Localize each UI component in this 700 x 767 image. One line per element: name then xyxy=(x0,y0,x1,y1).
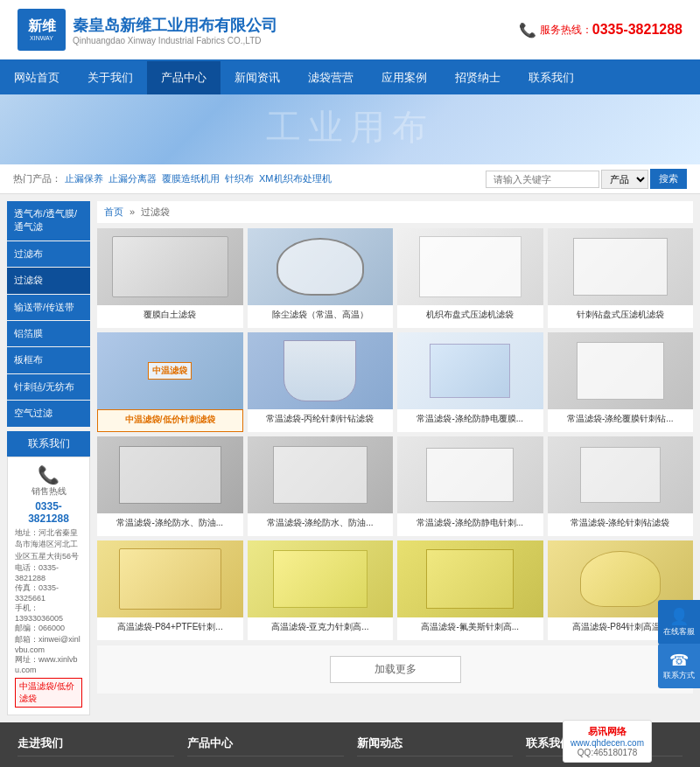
company-name-en: Qinhuangdao Xinway Industrial Fabrics CO… xyxy=(73,36,277,45)
sidebar-cat-6[interactable]: 针刺毡/无纺布 xyxy=(7,374,90,400)
product-title: 高温滤袋-氟美斯针刺高... xyxy=(397,617,543,640)
product-card[interactable]: 常温滤袋-涤纶覆膜针刺钻... xyxy=(548,332,694,432)
company-name-cn: 秦皇岛新维工业用布有限公司 xyxy=(73,15,277,36)
contact-address: 地址：河北省秦皇岛市海港区河北工业区五星大街56号 xyxy=(15,527,82,563)
sidebar-cat-2[interactable]: 过滤袋 xyxy=(7,268,90,293)
product-card[interactable]: 中温滤袋 中温滤袋/低价针刺滤袋 xyxy=(97,332,243,432)
product-title: 覆膜白土滤袋 xyxy=(97,305,243,328)
search-select[interactable]: 产品 xyxy=(601,170,648,189)
footer-col-title-2: 新闻动态 xyxy=(357,736,514,757)
footer-link[interactable]: 行业资讯 xyxy=(357,764,514,767)
footer-col-1: 产品中心 滤布 滤袋 胶线 xyxy=(187,736,344,767)
product-card[interactable]: 除尘滤袋（常温、高温） xyxy=(248,228,394,328)
main-container: 透气布/透气膜/通气滤 过滤布 过滤袋 输送带/传送带 铝箔膜 板框布 针刺毡/… xyxy=(0,194,700,722)
footer-col-0: 走进我们 公司介绍 获奖荣誉 企业文化 xyxy=(18,736,174,767)
easy-qq: QQ:465180178 xyxy=(570,748,644,757)
search-input[interactable] xyxy=(486,171,599,188)
contact-phone: 0335-3821288 xyxy=(15,500,82,525)
logo-area: 新维 XINWAY 秦皇岛新维工业用布有限公司 Qinhuangdao Xinw… xyxy=(18,9,277,51)
header: 新维 XINWAY 秦皇岛新维工业用布有限公司 Qinhuangdao Xinw… xyxy=(0,0,700,61)
hot-item-4[interactable]: 针织布 xyxy=(225,172,254,185)
product-row-1: 覆膜白土滤袋 除尘滤袋（常温、高温） 机织布盘式压滤机滤袋 针刺钻盘式压滤机滤袋 xyxy=(97,228,693,328)
sidebar-cat-1[interactable]: 过滤布 xyxy=(7,241,90,267)
sidebar-contact-body: 📞 销售热线 0335-3821288 地址：河北省秦皇岛市海港区河北工业区五星… xyxy=(7,457,90,716)
footer-col-title-1: 产品中心 xyxy=(187,736,344,757)
product-title: 常温滤袋-涤纶防静电覆膜... xyxy=(397,409,543,432)
nav-item-products[interactable]: 产品中心 xyxy=(147,61,220,94)
product-card[interactable]: 覆膜白土滤袋 xyxy=(97,228,243,328)
product-title-highlight: 中温滤袋/低价针刺滤袋 xyxy=(97,409,243,432)
contact-zip: 邮编：066000 xyxy=(15,623,82,634)
hot-label: 热门产品： xyxy=(13,172,61,185)
product-image xyxy=(548,332,694,409)
product-title: 常温滤袋-涤纶防水、防油... xyxy=(97,513,243,536)
contact-fax: 传真：0335-3325661 xyxy=(15,582,82,603)
highlight-text: 中温滤袋/低价滤袋 xyxy=(15,678,82,708)
easy-brand: 易讯网络 xyxy=(570,725,644,738)
nav-item-jobs[interactable]: 招贤纳士 xyxy=(441,61,514,94)
sidebar-cat-7[interactable]: 空气过滤 xyxy=(7,401,90,426)
product-card[interactable]: 常温滤袋-涤纶防静电覆膜... xyxy=(397,332,543,432)
contact-method-widget[interactable]: ☎ 联系方式 xyxy=(658,644,700,688)
product-card[interactable]: 常温滤袋-涤纶防静电针刺... xyxy=(397,436,543,536)
nav-item-home[interactable]: 网站首页 xyxy=(0,61,74,94)
search-button[interactable]: 搜索 xyxy=(650,169,687,189)
product-title: 常温滤袋-涤纶覆膜针刺钻... xyxy=(548,409,694,432)
sidebar: 透气布/透气膜/通气滤 过滤布 过滤袋 输送带/传送带 铝箔膜 板框布 针刺毡/… xyxy=(7,201,90,715)
qq-online-widget[interactable]: 👤 在线客服 xyxy=(658,600,700,645)
product-card[interactable]: 针刺钻盘式压滤机滤袋 xyxy=(548,228,694,328)
product-card[interactable]: 高温滤袋-氟美斯针刺高... xyxy=(397,540,543,640)
nav-item-news[interactable]: 新闻资讯 xyxy=(220,61,294,94)
sidebar-cat-4[interactable]: 铝箔膜 xyxy=(7,321,90,346)
hot-item-2[interactable]: 止漏分离器 xyxy=(108,172,157,185)
product-title: 机织布盘式压滤机滤袋 xyxy=(397,305,543,328)
sidebar-cat-5[interactable]: 板框布 xyxy=(7,347,90,373)
product-card[interactable]: 高温滤袋-亚克力针刺高... xyxy=(248,540,394,640)
contact-tel: 电话：0335-3821288 xyxy=(15,562,82,582)
load-more-button[interactable]: 加载更多 xyxy=(330,656,461,683)
hot-item-1[interactable]: 止漏保养 xyxy=(65,172,103,185)
footer-col-title-0: 走进我们 xyxy=(18,736,174,757)
product-image: 中温滤袋 xyxy=(97,332,243,409)
product-image xyxy=(248,332,394,409)
product-card[interactable]: 常温滤袋-涤纶防水、防油... xyxy=(248,436,394,536)
contact-website: 网址：www.xinlvbu.com xyxy=(15,654,82,674)
product-image xyxy=(248,540,394,617)
logo-icon: 新维 XINWAY xyxy=(18,9,66,51)
nav-item-contact[interactable]: 联系我们 xyxy=(514,61,588,94)
footer-link[interactable]: 人才招聘 xyxy=(526,764,682,767)
free-line-label: 销售热线 xyxy=(15,485,82,498)
sidebar-cat-0[interactable]: 透气布/透气膜/通气滤 xyxy=(7,201,90,241)
nav-item-about[interactable]: 关于我们 xyxy=(74,61,147,94)
product-image xyxy=(397,228,543,305)
search-area: 产品 搜索 xyxy=(486,169,687,189)
product-row-2: 中温滤袋 中温滤袋/低价针刺滤袋 常温滤袋-丙纶针刺针钻滤袋 常温滤袋-涤纶防静… xyxy=(97,332,693,432)
nav-item-cases[interactable]: 应用案例 xyxy=(368,61,441,94)
sidebar-contact-header: 联系我们 xyxy=(7,431,90,457)
hot-item-5[interactable]: XM机织布处理机 xyxy=(259,172,332,185)
product-image xyxy=(397,540,543,617)
product-row-4: 高温滤袋-P84+PTFE针刺... 高温滤袋-亚克力针刺高... 高温滤袋-氟… xyxy=(97,540,693,640)
footer-link[interactable]: 公司介绍 xyxy=(18,764,174,767)
product-title: 常温滤袋-涤纶防水、防油... xyxy=(248,513,394,536)
sidebar-cat-3[interactable]: 输送带/传送带 xyxy=(7,295,90,320)
hero-banner: 工业用布 xyxy=(0,94,700,164)
footer-link[interactable]: 滤布 xyxy=(187,764,344,767)
product-image xyxy=(548,228,694,305)
product-card[interactable]: 高温滤袋-P84+PTFE针刺... xyxy=(97,540,243,640)
product-title: 针刺钻盘式压滤机滤袋 xyxy=(548,305,694,328)
easy-network-badge: 易讯网络 www.qhdecen.com QQ:465180178 xyxy=(563,720,652,763)
hotline-number: 0335-3821288 xyxy=(592,22,682,38)
nav-item-filter[interactable]: 滤袋营营 xyxy=(294,61,368,94)
hot-item-3[interactable]: 覆膜造纸机用 xyxy=(162,172,220,185)
qq-icon: 👤 xyxy=(662,607,696,626)
product-card[interactable]: 常温滤袋-涤纶防水、防油... xyxy=(97,436,243,536)
product-image xyxy=(548,436,694,513)
product-image xyxy=(397,436,543,513)
footer-col-2: 新闻动态 行业资讯 公司新闻 疑难问题 xyxy=(357,736,514,767)
product-card[interactable]: 常温滤袋-丙纶针刺针钻滤袋 xyxy=(248,332,394,432)
breadcrumb-home[interactable]: 首页 xyxy=(104,206,123,217)
product-card[interactable]: 机织布盘式压滤机滤袋 xyxy=(397,228,543,328)
product-card[interactable]: 常温滤袋-涤纶针刺钻滤袋 xyxy=(548,436,694,536)
product-title: 高温滤袋-P84+PTFE针刺... xyxy=(97,617,243,640)
